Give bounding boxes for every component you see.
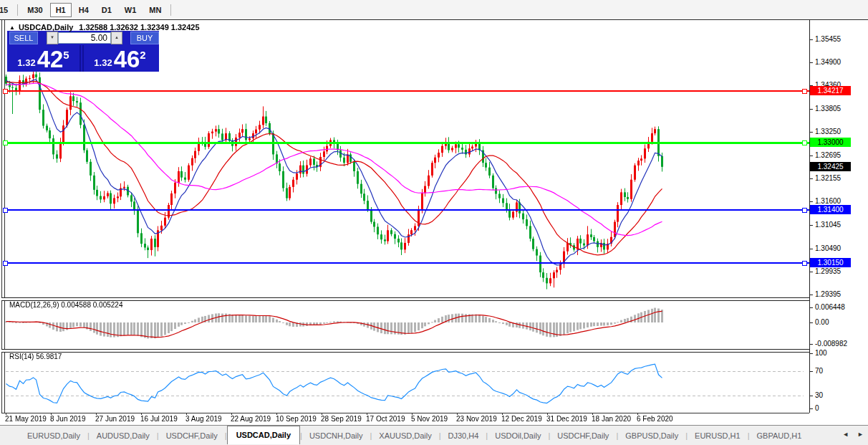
rsi-panel-separator[interactable] (1, 349, 809, 353)
price-tick-dash (809, 132, 813, 133)
volume-input[interactable]: 5.00 (58, 32, 111, 44)
rsi-tick-dash (809, 371, 813, 372)
date-label: 8 Jun 2019 (50, 415, 86, 423)
macd-tick-dash (809, 322, 813, 323)
toolbar-separator (17, 4, 18, 16)
rsi-label: RSI(14) 56.9817 (9, 353, 62, 360)
collapse-triangle-icon[interactable]: ▲ (9, 24, 15, 31)
date-label: 6 Feb 2020 (637, 415, 673, 423)
horizontal-line-1.33000[interactable] (6, 142, 809, 144)
sell-price-sup: 5 (63, 49, 69, 61)
date-label: 12 Dec 2019 (501, 415, 542, 423)
rsi-tick-label: 30 (815, 391, 823, 399)
price-tick-label: 1.31045 (815, 221, 841, 229)
macd-tick-dash (809, 307, 813, 308)
buy-button[interactable]: BUY (130, 32, 159, 44)
price-line-label: 1.33000 (810, 138, 851, 147)
current-price-label: 1.32425 (810, 162, 851, 171)
chart-tab-gbpaud-h1[interactable]: GBPAUD,H1 (750, 428, 809, 444)
buy-price-big: 46 (114, 49, 140, 70)
sell-button[interactable]: SELL (9, 32, 38, 44)
line-handle[interactable] (802, 140, 807, 145)
line-handle[interactable] (802, 89, 807, 94)
rsi-tick-label: 100 (815, 349, 827, 357)
date-label: 10 Sep 2019 (276, 415, 317, 423)
chart-symbol-period: USDCAD,Daily (19, 23, 73, 32)
sell-price-panel[interactable]: 1.32 42 5 (7, 45, 81, 72)
date-label: 22 Aug 2019 (231, 415, 271, 423)
price-tick-dash (809, 295, 813, 295)
date-label: 23 Nov 2019 (456, 415, 497, 423)
timeframe-toolbar: 15M30H1H4D1W1MN (0, 0, 868, 20)
chart-tab-gbpusd-daily[interactable]: GBPUSD,Daily (618, 428, 685, 444)
tab-scroll-left-icon[interactable]: ◄ (842, 430, 849, 439)
price-tick-label: 1.33250 (815, 128, 841, 135)
buy-price-prefix: 1.32 (94, 57, 112, 68)
price-tick-label: 1.29935 (815, 267, 841, 275)
chart-tab-usdoil-daily[interactable]: USDOil,Daily (488, 428, 548, 444)
chart-tab-usdcnh-daily[interactable]: USDCNH,Daily (302, 428, 370, 444)
horizontal-line-1.34217[interactable] (6, 90, 809, 92)
macd-tick-label: 0.006448 (815, 303, 845, 311)
line-handle[interactable] (3, 140, 8, 145)
line-handle[interactable] (802, 261, 807, 266)
chart-tab-eurusd-h1[interactable]: EURUSD,H1 (688, 428, 748, 444)
timeframe-button-mn[interactable]: MN (143, 3, 167, 17)
timeframe-button-h1[interactable]: H1 (50, 3, 72, 17)
macd-label: MACD(12,26,9) 0.004588 0.005224 (9, 301, 122, 309)
chart-tab-dj30-h4[interactable]: DJ30,H4 (441, 428, 486, 444)
price-tick-dash (809, 155, 813, 156)
chart-tab-audusd-daily[interactable]: AUDUSD,Daily (90, 428, 157, 444)
date-label: 27 Jun 2019 (95, 415, 135, 423)
timeframe-button-m30[interactable]: M30 (21, 3, 48, 17)
price-tick-dash (809, 39, 813, 40)
date-axis-separator (1, 413, 809, 413)
buy-price-panel[interactable]: 1.32 46 2 (82, 45, 156, 72)
volume-increase-button[interactable]: ▲ (111, 32, 122, 44)
chart-tab-usdcad-daily[interactable]: USDCAD,Daily (227, 426, 300, 444)
horizontal-line-1.31400[interactable] (6, 209, 809, 211)
toolbar-separator (170, 4, 171, 16)
date-label: 31 Dec 2019 (546, 415, 587, 423)
date-label: 3 Aug 2019 (185, 415, 222, 423)
tab-scrollers: ◄ ► (842, 430, 864, 439)
line-handle[interactable] (802, 208, 807, 213)
line-handle[interactable] (3, 208, 8, 213)
rsi-tick-dash (809, 396, 813, 396)
timeframe-button-15[interactable]: 15 (0, 3, 14, 17)
date-label: 18 Jan 2020 (592, 415, 631, 423)
price-tick-label: 1.30490 (815, 244, 841, 252)
price-line-label: 1.31400 (810, 205, 851, 214)
rsi-tick-label: 0 (815, 404, 819, 412)
volume-decrease-button[interactable]: ▼ (47, 32, 58, 44)
timeframe-button-h4[interactable]: H4 (73, 3, 95, 17)
chart-tab-usdchf-daily[interactable]: USDCHF,Daily (550, 428, 616, 444)
chart-tab-eurusd-daily[interactable]: EURUSD,Daily (20, 428, 87, 444)
trade-controls-row: SELL ▼ 5.00 ▲ BUY (7, 31, 159, 45)
price-tick-dash (809, 272, 813, 272)
date-label: 28 Sep 2019 (321, 415, 362, 423)
quote-values: 1.32588 1.32632 1.32349 1.32425 (79, 23, 199, 32)
chart-tab-xauusd-daily[interactable]: XAUUSD,Daily (372, 428, 438, 444)
date-label: 21 May 2019 (5, 415, 47, 423)
chart-tab-usdchf-daily[interactable]: USDCHF,Daily (159, 428, 225, 444)
chart-tab-bar: EURUSD,Daily|AUDUSD,Daily|USDCHF,Daily|U… (0, 425, 868, 445)
horizontal-line-1.30150[interactable] (6, 262, 809, 264)
timeframe-button-w1[interactable]: W1 (119, 3, 143, 17)
timeframe-button-d1[interactable]: D1 (96, 3, 117, 17)
price-line-label: 1.30150 (810, 258, 851, 267)
price-tick-dash (809, 225, 813, 226)
rsi-tick-dash (809, 408, 813, 409)
price-tick-label: 1.33805 (815, 105, 841, 113)
tab-scroll-right-icon[interactable]: ► (857, 430, 864, 439)
line-handle[interactable] (3, 89, 8, 94)
price-tick-dash (809, 249, 813, 249)
price-tick-label: 1.35455 (815, 35, 841, 43)
rsi-tick-label: 70 (815, 367, 823, 375)
price-tick-dash (809, 109, 813, 110)
chart-canvas[interactable] (0, 20, 809, 413)
line-handle[interactable] (3, 261, 8, 266)
one-click-trading-panel: SELL ▼ 5.00 ▲ BUY 1.32 42 5 1.32 46 2 (7, 31, 159, 72)
sell-price-prefix: 1.32 (17, 57, 35, 68)
price-tick-dash (809, 62, 813, 63)
